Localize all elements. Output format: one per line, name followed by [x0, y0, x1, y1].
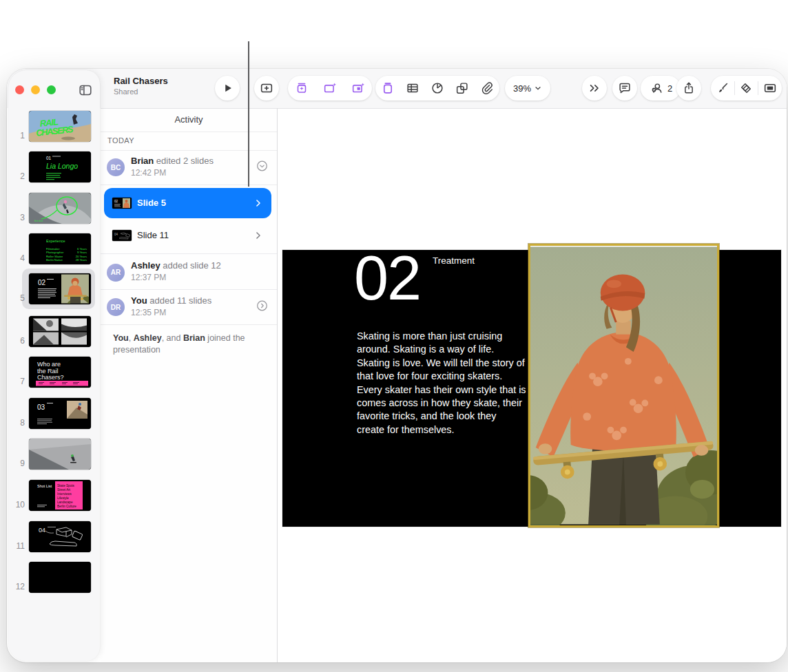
- ai-tools-group: [288, 76, 372, 101]
- collaborators-icon: [649, 81, 664, 96]
- activity-slide-link-slide-5[interactable]: 02 Slide 5: [104, 188, 271, 218]
- table-button[interactable]: [401, 76, 424, 100]
- chevron-right-circle-icon: [256, 300, 269, 313]
- shape-button[interactable]: [450, 76, 474, 100]
- transition-button[interactable]: [735, 76, 758, 100]
- navigator-slide-2[interactable]: 201Lia Longo: [8, 151, 100, 182]
- svg-text:04: 04: [114, 233, 118, 236]
- slide-number-label: 5: [8, 293, 25, 303]
- slide-canvas[interactable]: 02 Treatment Skating is more than just c…: [278, 109, 787, 662]
- zoom-level-button[interactable]: 39%: [505, 76, 550, 101]
- slide-image-skater[interactable]: [528, 244, 719, 527]
- activity-event-brian[interactable]: BC Brian edited 2 slides 12:42 PM: [101, 150, 277, 185]
- svg-text:Street Art: Street Art: [57, 488, 71, 492]
- generate-slide-button[interactable]: [318, 76, 342, 100]
- format-tools-group: [711, 76, 782, 101]
- navigator-slide-1[interactable]: 1RAILCHASERS: [8, 111, 100, 142]
- svg-text:Landscape: Landscape: [57, 501, 73, 504]
- navigator-slide-4[interactable]: 4ExperienceFilmmaker6 YearsPhotographer9…: [8, 233, 100, 264]
- svg-text:28 Years: 28 Years: [76, 258, 87, 262]
- slide-navigator: 1RAILCHASERS201Lia Longo3first shot4Expe…: [8, 70, 100, 661]
- comment-button[interactable]: [612, 76, 637, 101]
- activity-expand-button[interactable]: [256, 160, 269, 176]
- slide-link-thumbnail: 02: [112, 198, 132, 209]
- navigator-slide-10[interactable]: 10Shot ListSkate SpotsStreet ArtIntervie…: [8, 480, 100, 511]
- divider: [101, 324, 277, 325]
- image-playground-button[interactable]: [290, 76, 313, 100]
- slide-label-text[interactable]: Treatment: [433, 255, 475, 266]
- divider: [101, 132, 277, 132]
- divider: [101, 185, 277, 185]
- slide-thumbnail: 03: [29, 398, 91, 429]
- svg-text:Lia Longo: Lia Longo: [46, 162, 78, 170]
- slide-number-label: 1: [8, 131, 25, 140]
- activity-event-ashley[interactable]: AR Ashley added slide 12 12:37 PM: [101, 255, 277, 290]
- chart-icon: [430, 81, 445, 96]
- activity-slide-link-slide-11[interactable]: 04 Slide 11: [104, 220, 271, 251]
- slide-body-text[interactable]: Skating is more than just cruising aroun…: [357, 330, 526, 437]
- share-button[interactable]: [676, 76, 701, 101]
- slide-link-label: Slide 11: [137, 230, 169, 240]
- svg-text:Chasers?: Chasers?: [37, 374, 64, 381]
- share-icon: [681, 81, 696, 96]
- double-chevron-right-icon: [588, 81, 601, 95]
- play-icon: [220, 81, 235, 96]
- activity-event-text: Ashley added slide 12: [131, 260, 221, 271]
- chart-button[interactable]: [426, 76, 449, 100]
- document-shared-status: Shared: [114, 87, 168, 96]
- slide-number-label: 12: [8, 582, 25, 591]
- attach-button[interactable]: [475, 76, 499, 100]
- collaborate-button[interactable]: 2: [641, 76, 681, 101]
- navigator-slide-7[interactable]: 7Who arethe RailChasers?: [8, 357, 100, 388]
- slide-thumbnail: 04: [29, 521, 91, 552]
- svg-text:03: 03: [37, 403, 45, 411]
- svg-text:01: 01: [46, 156, 52, 160]
- slide-number-label: 8: [8, 418, 25, 428]
- slide-thumbnail: [29, 439, 91, 470]
- generate-fill-button[interactable]: [346, 76, 370, 100]
- activity-event-text: You added 11 slides: [131, 295, 211, 306]
- text-box-icon: [380, 81, 395, 96]
- slide-link-thumbnail: 04: [112, 230, 132, 241]
- text-box-button[interactable]: [376, 76, 400, 100]
- activity-event-text: Brian edited 2 slides: [131, 156, 214, 166]
- slide-thumbnail: Shot ListSkate SpotsStreet ArtInterviews…: [29, 480, 91, 511]
- svg-text:04: 04: [39, 527, 45, 534]
- svg-text:Berlin Native: Berlin Native: [46, 258, 63, 262]
- navigator-slide-3[interactable]: 3first shot: [8, 193, 100, 224]
- slide-link-label: Slide 5: [137, 198, 166, 208]
- sidebar-toggle-button[interactable]: [77, 83, 94, 98]
- slide-number-text[interactable]: 02: [354, 247, 420, 309]
- svg-text:Filmmaker: Filmmaker: [46, 247, 60, 251]
- insert-tools-group: [375, 76, 499, 101]
- svg-text:02: 02: [114, 200, 118, 203]
- activity-event-you[interactable]: DR You added 11 slides 12:35 PM: [101, 290, 277, 324]
- slide-thumbnail: first shot: [29, 193, 91, 224]
- svg-text:Experience: Experience: [46, 239, 65, 243]
- play-options-button[interactable]: [758, 76, 782, 100]
- close-window-button[interactable]: [15, 85, 24, 94]
- zoom-level-value: 39%: [513, 83, 531, 94]
- navigator-slide-8[interactable]: 803: [8, 398, 100, 429]
- svg-text:Photographer: Photographer: [46, 251, 64, 254]
- shape-icon: [455, 81, 470, 96]
- slide-number-label: 3: [8, 213, 25, 222]
- add-slide-button[interactable]: [254, 76, 279, 101]
- navigator-slide-9[interactable]: 9: [8, 439, 100, 470]
- paintbrush-icon: [715, 81, 730, 96]
- slide-number-label: 2: [8, 171, 25, 181]
- minimize-window-button[interactable]: [31, 85, 40, 94]
- avatar-dr: DR: [107, 298, 125, 316]
- more-toolbar-items-button[interactable]: [582, 76, 607, 101]
- navigator-slide-6[interactable]: 6: [8, 316, 100, 347]
- play-button[interactable]: [215, 76, 240, 101]
- navigator-slide-5[interactable]: 502: [8, 273, 100, 304]
- activity-event-time: 12:35 PM: [131, 308, 166, 317]
- zoom-window-button[interactable]: [47, 85, 56, 94]
- svg-text:Shot List: Shot List: [37, 484, 52, 488]
- format-button[interactable]: [711, 76, 734, 100]
- slide-number-label: 6: [8, 336, 25, 346]
- activity-expand-button[interactable]: [256, 300, 269, 315]
- navigator-slide-12[interactable]: 12: [8, 562, 100, 593]
- navigator-slide-11[interactable]: 1104: [8, 521, 100, 552]
